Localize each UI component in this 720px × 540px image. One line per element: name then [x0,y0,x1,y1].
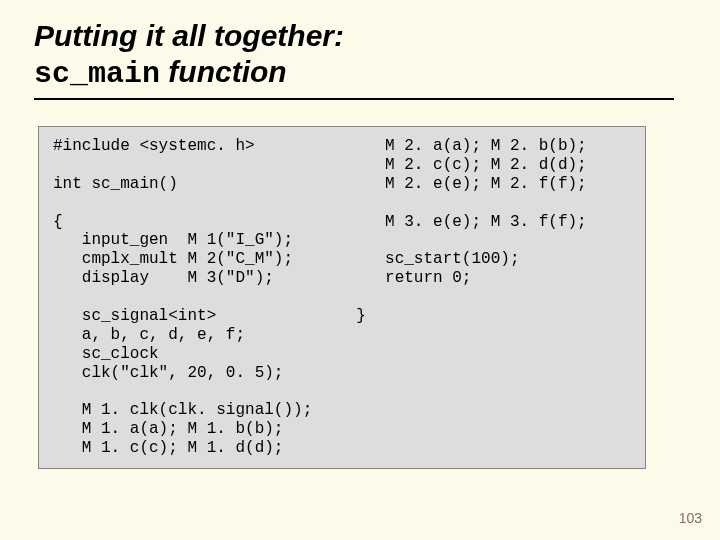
code-left-column: #include <systemc. h> int sc_main() { in… [53,137,312,458]
slide-title: Putting it all together: sc_main functio… [34,18,686,92]
title-line2-suffix: function [160,55,287,88]
title-keyword: sc_main [34,57,160,91]
code-right-column: M 2. a(a); M 2. b(b); M 2. c(c); M 2. d(… [356,137,586,458]
title-rule [34,98,674,100]
title-line1: Putting it all together: [34,19,344,52]
page-number: 103 [679,510,702,526]
slide: Putting it all together: sc_main functio… [0,0,720,540]
code-box: #include <systemc. h> int sc_main() { in… [38,126,646,469]
